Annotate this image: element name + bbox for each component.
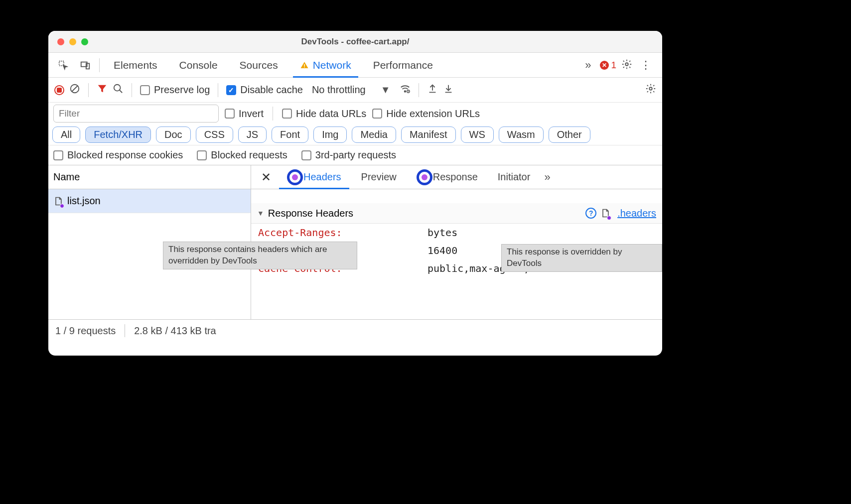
third-party-checkbox[interactable]: 3rd-party requests	[301, 149, 396, 161]
disable-cache-checkbox[interactable]: Disable cache	[226, 84, 303, 96]
detail-tab-preview[interactable]: Preview	[351, 165, 407, 189]
close-window-button[interactable]	[57, 38, 64, 45]
request-name: list.json	[67, 195, 101, 207]
chip-doc[interactable]: Doc	[156, 126, 191, 143]
hide-ext-label: Hide extension URLs	[386, 108, 480, 120]
override-marker-icon	[287, 169, 303, 185]
throttling-value: No throttling	[312, 84, 366, 96]
tab-network-label: Network	[313, 59, 351, 71]
detail-tabs: ✕ Headers Preview Response Initiator »	[251, 165, 662, 189]
more-detail-tabs-icon[interactable]: »	[540, 171, 554, 184]
network-settings-icon[interactable]	[645, 83, 656, 97]
checkbox-icon	[225, 109, 235, 119]
error-count: 1	[611, 60, 616, 71]
chip-css[interactable]: CSS	[196, 126, 233, 143]
tab-network[interactable]: Network	[289, 53, 362, 77]
header-name: Accept-Ranges:	[258, 227, 427, 239]
detail-tab-headers[interactable]: Headers	[277, 165, 351, 189]
clear-button[interactable]	[69, 83, 80, 97]
detail-tab-response-label: Response	[433, 171, 478, 183]
network-conditions-icon[interactable]	[400, 83, 411, 97]
main-tabstrip: Elements Console Sources Network Perform…	[48, 53, 662, 78]
header-row: Accept-Ranges: bytes	[251, 224, 662, 242]
svg-rect-4	[304, 67, 305, 68]
more-tabs-icon[interactable]: »	[581, 59, 595, 72]
preserve-log-label: Preserve log	[154, 84, 210, 96]
detail-tab-initiator[interactable]: Initiator	[488, 165, 541, 189]
separator	[99, 58, 100, 72]
chip-ws[interactable]: WS	[461, 126, 494, 143]
close-detail-button[interactable]: ✕	[255, 170, 277, 184]
separator	[132, 83, 132, 97]
checkbox-icon	[372, 109, 382, 119]
titlebar: DevTools - coffee-cart.app/	[48, 31, 662, 53]
chip-img[interactable]: Img	[313, 126, 347, 143]
headers-file-link[interactable]: .headers	[617, 208, 656, 219]
chip-all[interactable]: All	[52, 126, 80, 143]
svg-point-12	[649, 87, 652, 90]
response-headers-section[interactable]: ▼ Response Headers ? .headers	[251, 203, 662, 224]
export-har-icon[interactable]	[427, 83, 438, 97]
import-har-icon[interactable]	[443, 83, 454, 97]
status-bar: 1 / 9 requests 2.8 kB / 413 kB tra	[48, 320, 662, 342]
invert-checkbox[interactable]: Invert	[225, 108, 264, 120]
tab-console[interactable]: Console	[168, 53, 229, 77]
svg-line-7	[72, 86, 78, 92]
settings-icon[interactable]	[621, 59, 632, 72]
invert-label: Invert	[239, 108, 264, 120]
help-icon[interactable]: ?	[585, 208, 596, 219]
more-options-icon[interactable]: ⋮	[637, 59, 654, 72]
record-button[interactable]	[54, 85, 64, 95]
minimize-window-button[interactable]	[69, 38, 76, 45]
request-count: 1 / 9 requests	[55, 325, 116, 337]
third-party-label: 3rd-party requests	[315, 149, 396, 161]
header-value: bytes	[427, 227, 655, 239]
type-chip-row: All Fetch/XHR Doc CSS JS Font Img Media …	[48, 124, 662, 145]
separator	[273, 107, 273, 121]
svg-line-9	[120, 90, 123, 93]
checkbox-icon	[282, 109, 292, 119]
search-icon[interactable]	[113, 83, 124, 97]
tab-performance[interactable]: Performance	[362, 53, 444, 77]
checkbox-icon	[53, 150, 63, 160]
separator	[218, 83, 218, 97]
detail-tab-response[interactable]: Response	[407, 165, 488, 189]
zoom-window-button[interactable]	[81, 38, 88, 45]
blocked-requests-checkbox[interactable]: Blocked requests	[197, 149, 287, 161]
error-counter[interactable]: ✕ 1	[600, 60, 616, 71]
filter-input[interactable]	[53, 105, 219, 123]
traffic-lights	[48, 38, 88, 45]
inspect-element-icon[interactable]	[54, 56, 72, 74]
chip-wasm[interactable]: Wasm	[499, 126, 544, 143]
chip-manifest[interactable]: Manifest	[401, 126, 456, 143]
device-toggle-icon[interactable]	[76, 56, 94, 74]
separator	[419, 83, 419, 97]
disable-cache-label: Disable cache	[240, 84, 303, 96]
expand-collapse-icon[interactable]: ▼	[257, 209, 264, 217]
checkbox-icon	[140, 85, 150, 95]
chip-other[interactable]: Other	[549, 126, 590, 143]
preserve-log-checkbox[interactable]: Preserve log	[140, 84, 210, 96]
chip-fetch-xhr[interactable]: Fetch/XHR	[85, 126, 151, 143]
request-row[interactable]: list.json	[48, 189, 251, 213]
tooltip-headers-override: This response contains headers which are…	[163, 242, 357, 269]
tab-elements[interactable]: Elements	[103, 53, 168, 77]
chip-font[interactable]: Font	[272, 126, 308, 143]
tab-sources[interactable]: Sources	[229, 53, 289, 77]
file-override-icon	[600, 207, 610, 219]
hide-data-urls-checkbox[interactable]: Hide data URLs	[282, 108, 366, 120]
override-marker-icon	[417, 169, 432, 185]
detail-tab-headers-label: Headers	[303, 171, 341, 183]
hide-extension-urls-checkbox[interactable]: Hide extension URLs	[372, 108, 480, 120]
blocked-cookies-checkbox[interactable]: Blocked response cookies	[53, 149, 183, 161]
chip-js[interactable]: JS	[238, 126, 267, 143]
request-list-header[interactable]: Name	[48, 165, 251, 189]
block-row: Blocked response cookies Blocked request…	[48, 145, 662, 165]
chip-media[interactable]: Media	[352, 126, 396, 143]
network-toolbar: Preserve log Disable cache No throttling…	[48, 78, 662, 103]
blocked-requests-label: Blocked requests	[211, 149, 287, 161]
filter-icon[interactable]	[97, 83, 108, 97]
warning-icon	[300, 61, 309, 70]
svg-point-8	[114, 85, 121, 91]
throttling-select[interactable]: No throttling ▼	[308, 84, 395, 96]
